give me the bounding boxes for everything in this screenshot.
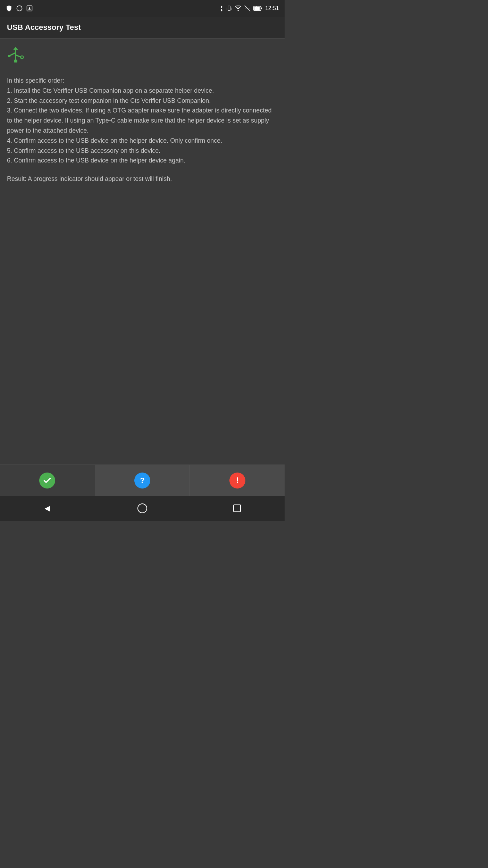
svg-rect-3 [228, 6, 230, 10]
system-nav-bar: ◀ [0, 496, 285, 521]
bluetooth-icon [218, 5, 224, 12]
svg-rect-16 [8, 55, 10, 57]
recent-button[interactable] [229, 500, 245, 517]
svg-point-0 [17, 6, 22, 11]
usb-icon [7, 47, 278, 67]
svg-rect-20 [14, 60, 17, 62]
fail-button[interactable]: ! [190, 465, 285, 496]
info-button[interactable]: ? [95, 465, 190, 496]
status-time: 12:51 [265, 5, 279, 11]
recent-square-icon [233, 504, 241, 512]
page-title: USB Accessory Test [7, 23, 81, 32]
battery-icon [253, 6, 262, 11]
signal-icon [244, 5, 251, 11]
svg-point-18 [20, 56, 23, 59]
home-button[interactable] [134, 500, 151, 517]
info-icon: ? [134, 473, 150, 489]
result-text: Result: A progress indicator should appe… [7, 174, 278, 184]
circle-icon [16, 5, 23, 12]
download-icon [26, 5, 33, 11]
pass-button[interactable] [0, 465, 95, 496]
svg-rect-13 [261, 7, 262, 9]
back-button[interactable]: ◀ [39, 500, 56, 517]
main-content: In this specific order:1. Install the Ct… [0, 39, 285, 465]
status-bar-right-icons: 12:51 [218, 5, 279, 12]
bottom-action-bar: ? ! [0, 465, 285, 496]
wifi-icon [235, 6, 242, 11]
instructions-text: In this specific order:1. Install the Ct… [7, 76, 278, 166]
svg-line-15 [10, 53, 16, 56]
status-bar: 12:51 [0, 0, 285, 17]
vibrate-icon [226, 5, 232, 12]
fail-icon: ! [229, 473, 245, 489]
shield-icon [6, 5, 12, 12]
svg-marker-19 [13, 47, 18, 50]
pass-icon [39, 473, 55, 489]
svg-point-10 [237, 10, 238, 11]
home-circle-icon [137, 503, 147, 513]
status-bar-left-icons [6, 5, 33, 12]
toolbar: USB Accessory Test [0, 17, 285, 39]
